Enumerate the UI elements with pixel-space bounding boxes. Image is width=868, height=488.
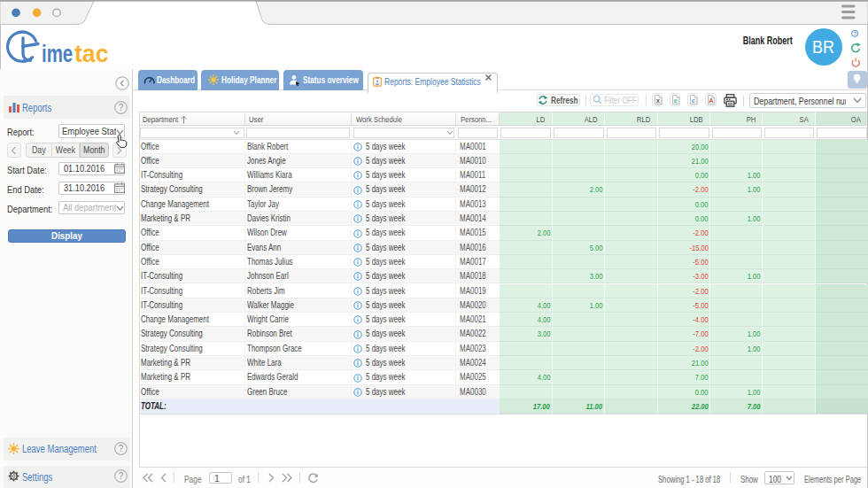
- svg-text:c: c: [691, 97, 694, 105]
- svg-text:?: ?: [853, 31, 856, 36]
- svg-text:?: ?: [119, 444, 124, 453]
- svg-text:A: A: [709, 97, 714, 105]
- svg-text:e: e: [673, 97, 677, 105]
- svg-text:?: ?: [119, 471, 124, 481]
- svg-text:?: ?: [119, 103, 124, 112]
